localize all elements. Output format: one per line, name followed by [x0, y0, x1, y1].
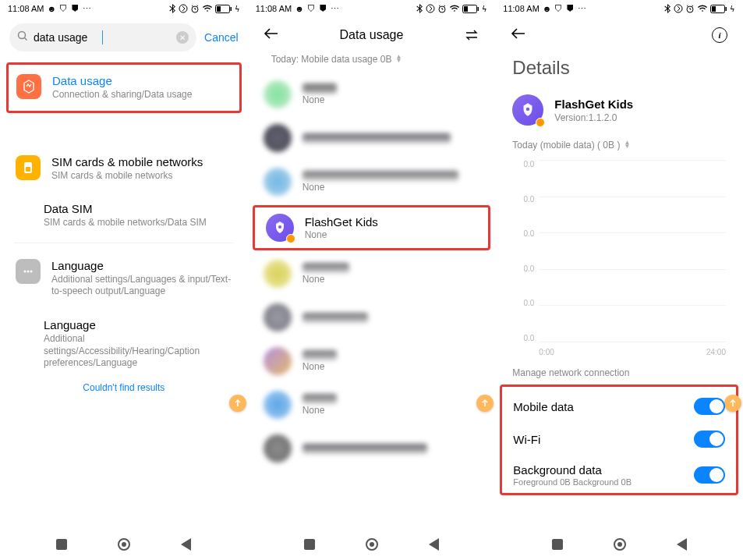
app-icon	[264, 434, 292, 463]
app-icon	[264, 124, 292, 152]
nav-home-icon[interactable]	[366, 538, 378, 551]
search-icon	[17, 30, 29, 45]
nav-recent-icon[interactable]	[56, 539, 67, 550]
nav-back-icon[interactable]	[181, 538, 191, 551]
app-header: FlashGet Kids Version:1.1.2.0	[495, 90, 743, 136]
shield-icon: ⛉	[307, 4, 316, 13]
toggle-label: Wi-Fi	[513, 433, 540, 446]
app-usage: None	[305, 229, 478, 240]
toggle-sublabel: Foreground 0B Background 0B	[513, 477, 632, 487]
toggle-label: Background data	[513, 463, 632, 477]
blurred-name	[303, 394, 337, 404]
y-tick: 0.0	[512, 334, 534, 342]
battery-icon	[215, 5, 232, 13]
result-sim-cards[interactable]: SIM cards & mobile networks SIM cards & …	[8, 146, 240, 192]
status-time: 11:08 AM	[503, 4, 539, 13]
period-selector[interactable]: Today (mobile data) ( 0B ) ▲▼	[495, 136, 743, 157]
svg-point-8	[24, 270, 27, 272]
result-title: Data usage	[52, 74, 232, 87]
search-box[interactable]: data usage ✕	[9, 23, 196, 51]
battery-icon	[462, 5, 479, 13]
switch-on-icon[interactable]	[694, 466, 725, 484]
result-data-sim[interactable]: Data SIM SIM cards & mobile networks/Dat…	[44, 202, 240, 229]
floating-up-icon[interactable]	[229, 395, 246, 412]
svg-rect-21	[712, 6, 716, 12]
result-path: SIM cards & mobile networks/Data SIM	[44, 217, 240, 229]
back-icon[interactable]	[264, 27, 279, 43]
toggle-wifi[interactable]: Wi-Fi	[513, 423, 725, 455]
app-usage: None	[303, 182, 480, 193]
status-bar: 11:08 AM ☻ ⛉ ⛊ ⋯ ϟ	[495, 0, 743, 17]
app-icon	[264, 347, 292, 375]
back-icon[interactable]	[511, 27, 526, 43]
summary-row[interactable]: Today: Mobile data usage 0B ▲▼	[248, 49, 496, 73]
shield-alt-icon: ⛊	[566, 4, 575, 13]
x-tick: 24:00	[706, 348, 726, 356]
nav-bar	[248, 533, 496, 555]
nav-back-icon[interactable]	[677, 538, 687, 551]
svg-point-16	[278, 225, 281, 229]
more-icon: ⋯	[331, 4, 339, 14]
svg-rect-4	[217, 6, 221, 12]
dnd-icon	[179, 4, 188, 13]
nav-home-icon[interactable]	[614, 538, 626, 551]
list-item-flashget[interactable]: FlashGet Kids None	[253, 205, 491, 250]
clear-search-icon[interactable]: ✕	[176, 31, 189, 44]
shield-alt-icon: ⛊	[71, 4, 80, 13]
result-path: SIM cards & mobile networks	[51, 170, 232, 183]
switch-on-icon[interactable]	[694, 431, 725, 448]
svg-point-22	[526, 108, 529, 111]
svg-point-5	[19, 31, 26, 38]
list-item[interactable]: None	[248, 73, 496, 116]
floating-up-icon[interactable]	[724, 395, 741, 412]
dnd-icon	[674, 4, 683, 13]
nav-recent-icon[interactable]	[552, 539, 563, 550]
list-item[interactable]	[248, 116, 496, 160]
toggle-mobile-data[interactable]: Mobile data	[513, 390, 725, 423]
list-item[interactable]: None	[248, 339, 496, 383]
dnd-icon	[426, 4, 435, 13]
list-item[interactable]: None	[248, 252, 496, 296]
nav-recent-icon[interactable]	[304, 539, 315, 550]
result-data-usage[interactable]: Data usage Connection & sharing/Data usa…	[9, 65, 239, 111]
period-text: Today (mobile data) ( 0B )	[512, 140, 620, 151]
blurred-name	[303, 313, 368, 323]
shield-icon: ⛉	[554, 4, 563, 13]
swap-icon[interactable]	[464, 30, 479, 41]
blurred-name	[303, 263, 349, 273]
svg-rect-7	[26, 167, 30, 172]
nav-back-icon[interactable]	[429, 538, 439, 551]
result-title: Data SIM	[44, 202, 240, 215]
list-item[interactable]: None	[248, 383, 496, 427]
result-title: Language	[44, 318, 240, 331]
app-icon	[264, 260, 292, 288]
result-title: Language	[51, 259, 232, 272]
summary-text: Today: Mobile data usage 0B	[271, 54, 392, 65]
search-input[interactable]: data usage	[34, 31, 97, 44]
sort-caret-icon: ▲▼	[624, 141, 630, 149]
nav-home-icon[interactable]	[118, 538, 130, 551]
list-item[interactable]	[248, 427, 496, 464]
list-item[interactable]	[248, 296, 496, 339]
switch-on-icon[interactable]	[694, 398, 725, 415]
result-language-2[interactable]: Language Additional settings/Accessibili…	[44, 318, 240, 370]
toggle-label: Mobile data	[513, 400, 574, 413]
result-language-1[interactable]: Language Additional settings/Languages &…	[8, 250, 240, 307]
toggle-background-data[interactable]: Background data Foreground 0B Background…	[513, 455, 725, 488]
list-item[interactable]: None	[248, 160, 496, 204]
svg-point-9	[27, 270, 30, 272]
svg-rect-3	[230, 7, 232, 11]
more-icon: ⋯	[83, 4, 91, 14]
blurred-name	[303, 171, 458, 181]
highlight-primary-result: Data usage Connection & sharing/Data usa…	[6, 62, 242, 113]
info-icon[interactable]: i	[712, 27, 727, 43]
app-usage: None	[303, 405, 480, 416]
nav-bar	[495, 533, 743, 555]
y-tick: 0.0	[512, 299, 534, 307]
app-icon	[264, 80, 292, 108]
chart-grid	[539, 160, 726, 342]
y-tick: 0.0	[512, 264, 534, 273]
cancel-button[interactable]: Cancel	[204, 31, 239, 44]
app-version: Version:1.1.2.0	[554, 112, 633, 123]
result-path: Additional settings/Accessibility/Hearin…	[44, 333, 240, 370]
